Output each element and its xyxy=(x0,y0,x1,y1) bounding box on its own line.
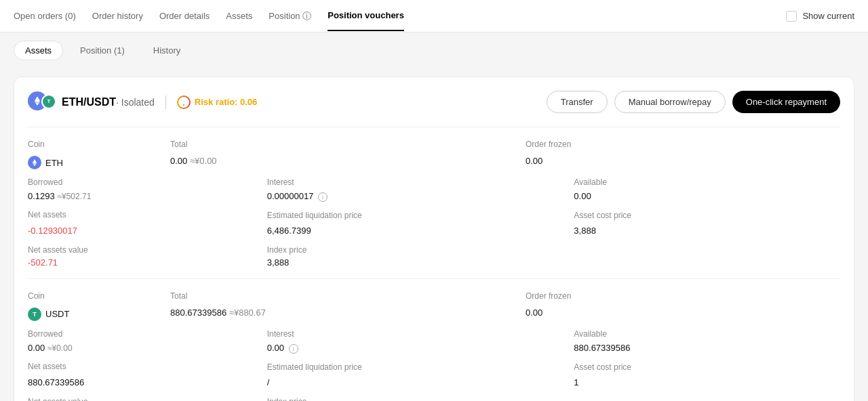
eth-asset-cost-label: Asset cost price xyxy=(574,209,682,221)
usdt-net-assets-value: 880.67339586 xyxy=(28,377,109,387)
eth-coin-cell: ETH xyxy=(28,156,150,169)
section-divider xyxy=(28,278,840,279)
eth-index-price-label: Index price xyxy=(267,244,416,255)
card-header: T ETH/USDT · Isolated xyxy=(28,91,840,113)
eth-est-liq-label: Estimated liquidation price xyxy=(267,209,416,221)
eth-available-value: 0.00 xyxy=(574,191,682,201)
eth-net-assets-value: -0.12930017 xyxy=(28,226,109,236)
risk-ratio-value: Risk ratio: 0.06 xyxy=(195,97,258,107)
usdt-coin-name: USDT xyxy=(45,309,69,319)
eth-est-liq-value: 6,486.7399 xyxy=(267,226,416,236)
show-current-checkbox[interactable] xyxy=(786,11,797,22)
usdt-borrowed-value: 0.00 ≈¥0.00 xyxy=(28,343,109,353)
eth-asset-cost-value: 3,888 xyxy=(574,226,682,236)
eth-interest-value: 0.00000017 i xyxy=(267,191,416,202)
show-current-toggle[interactable]: Show current xyxy=(786,11,854,22)
header-buttons: Transfer Manual borrow/repay One-click r… xyxy=(547,91,840,113)
usdt-est-liq-value: / xyxy=(267,377,416,387)
usdt-available-value: 880.67339586 xyxy=(574,343,682,353)
pair-icon: T xyxy=(28,91,56,113)
header-divider xyxy=(165,96,166,109)
eth-coin-label: Coin xyxy=(28,138,150,149)
nav-order-details[interactable]: Order details xyxy=(159,1,210,30)
nav-assets[interactable]: Assets xyxy=(226,1,252,30)
eth-order-frozen-value: 0.00 xyxy=(526,156,634,166)
usdt-available-label: Available xyxy=(574,328,682,339)
usdt-interest-label: Interest xyxy=(267,328,416,339)
eth-index-price-value: 3,888 xyxy=(267,257,416,268)
nav-open-orders[interactable]: Open orders (0) xyxy=(14,1,76,30)
usdt-borrowed-label: Borrowed xyxy=(28,328,109,339)
sub-tab-history[interactable]: History xyxy=(142,41,192,60)
usdt-interest-info-icon[interactable]: i xyxy=(289,344,298,354)
eth-order-frozen-label: Order frozen xyxy=(526,138,634,149)
sub-tab-position[interactable]: Position (1) xyxy=(68,41,136,60)
eth-interest-label: Interest xyxy=(267,176,416,187)
usdt-order-frozen-label: Order frozen xyxy=(526,290,634,301)
usdt-net-assets-label: Net assets xyxy=(28,360,109,371)
sub-tab-assets[interactable]: Assets xyxy=(14,41,63,60)
eth-borrowed-label: Borrowed xyxy=(28,176,109,187)
eth-borrowed-value: 0.1293 ≈¥502.71 xyxy=(28,191,109,201)
usdt-asset-cost-label: Asset cost price xyxy=(574,360,682,373)
usdt-asset-cost-value: 1 xyxy=(574,377,682,387)
eth-total-value: 0.00 ≈¥0.00 xyxy=(170,156,319,166)
usdt-coin-label: Coin xyxy=(28,290,150,301)
eth-available-label: Available xyxy=(574,176,682,187)
eth-small-icon xyxy=(28,156,41,169)
transfer-button[interactable]: Transfer xyxy=(547,91,608,113)
manual-borrow-button[interactable]: Manual borrow/repay xyxy=(614,91,726,113)
eth-interest-info-icon[interactable]: i xyxy=(318,192,328,202)
sub-tabs-bar: Assets Position (1) History xyxy=(0,33,868,68)
svg-point-1 xyxy=(183,104,184,105)
show-current-label: Show current xyxy=(802,11,854,21)
usdt-est-liq-label: Estimated liquidation price xyxy=(267,360,416,373)
risk-icon xyxy=(177,96,191,109)
risk-ratio: Risk ratio: 0.06 xyxy=(177,96,258,109)
top-navigation: Open orders (0) Order history Order deta… xyxy=(0,0,868,33)
usdt-total-label: Total xyxy=(170,290,319,301)
trading-pair-card: T ETH/USDT · Isolated xyxy=(14,77,854,401)
usdt-nav-label: Net assets value xyxy=(28,396,109,401)
usdt-small-icon: T xyxy=(28,308,41,321)
pair-mode: · Isolated xyxy=(116,97,155,108)
one-click-button[interactable]: One-click repayment xyxy=(732,91,840,113)
eth-nav-value: -502.71 xyxy=(28,257,109,268)
usdt-index-price-label: Index price xyxy=(267,396,416,401)
eth-coin-name: ETH xyxy=(45,158,63,168)
eth-nav-label: Net assets value xyxy=(28,244,109,255)
main-content: T ETH/USDT · Isolated xyxy=(0,77,868,401)
nav-position[interactable]: Position ⓘ xyxy=(269,1,311,32)
eth-total-label: Total xyxy=(170,138,319,149)
eth-section: Coin Total Order frozen ETH 0.00 ≈¥0.00 xyxy=(28,127,840,268)
usdt-interest-value: 0.00 i xyxy=(267,343,416,354)
usdt-section: Coin Total Order frozen T USDT 880.67339… xyxy=(28,290,840,401)
eth-net-assets-label: Net assets xyxy=(28,209,109,219)
nav-order-history[interactable]: Order history xyxy=(92,1,143,30)
pair-name: ETH/USDT xyxy=(62,96,116,108)
usdt-coin-cell: T USDT xyxy=(28,308,150,321)
nav-position-vouchers[interactable]: Position vouchers xyxy=(328,1,404,31)
usdt-total-value: 880.67339586 ≈¥880.67 xyxy=(170,308,319,318)
usdt-order-frozen-value: 0.00 xyxy=(526,308,634,318)
